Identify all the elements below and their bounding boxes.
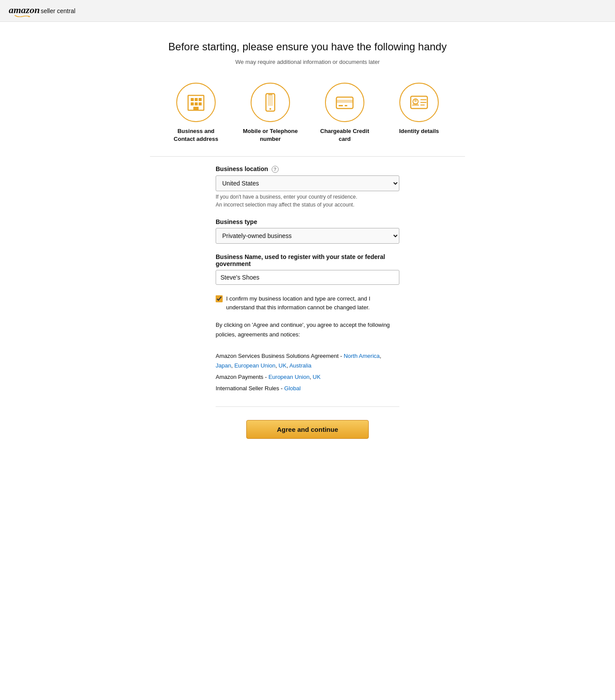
policy-section: By clicking on 'Agree and continue', you… xyxy=(216,320,399,393)
svg-rect-3 xyxy=(195,98,198,101)
confirm-checkbox-label[interactable]: I confirm my business location and type … xyxy=(226,294,399,312)
header: amazon seller central xyxy=(0,0,615,22)
business-name-label: Business Name, used to register with you… xyxy=(216,253,399,267)
confirm-checkbox-row: I confirm my business location and type … xyxy=(216,294,399,312)
page-title-section: Before starting, please ensure you have … xyxy=(150,39,465,65)
form-section: Business location ? United States United… xyxy=(216,165,399,439)
svg-rect-15 xyxy=(339,105,343,106)
credit-card-icon-circle xyxy=(325,83,364,122)
icons-row: Business and Contact address Mobile or T… xyxy=(150,83,465,143)
policy-link-european-union-2[interactable]: European Union xyxy=(269,374,310,380)
identity-label: Identity details xyxy=(399,127,439,135)
business-type-label: Business type xyxy=(216,218,399,225)
credit-card-label: Chargeable Credit card xyxy=(316,127,373,143)
section-divider xyxy=(150,156,465,157)
policy-link-uk-1[interactable]: UK xyxy=(279,362,287,369)
business-location-help-icon[interactable]: ? xyxy=(272,166,279,173)
logo: amazon seller central xyxy=(9,4,75,17)
business-name-input[interactable] xyxy=(216,270,399,285)
business-address-label: Business and Contact address xyxy=(168,127,224,143)
policy-link-global[interactable]: Global xyxy=(284,385,301,392)
confirm-checkbox[interactable] xyxy=(216,295,223,302)
business-location-hint: If you don't have a business, enter your… xyxy=(216,193,399,209)
policy-item-1: Amazon Services Business Solutions Agree… xyxy=(216,351,399,371)
icon-item-business-address: Business and Contact address xyxy=(168,83,224,143)
agree-continue-button[interactable]: Agree and continue xyxy=(246,420,369,439)
icon-item-credit-card: Chargeable Credit card xyxy=(316,83,373,143)
policy-item-3: International Seller Rules - Global xyxy=(216,384,399,393)
identity-icon-circle xyxy=(399,83,439,122)
building-icon xyxy=(185,92,206,113)
business-type-group: Business type Privately-owned business P… xyxy=(216,218,399,244)
bottom-divider xyxy=(216,406,399,407)
svg-rect-4 xyxy=(199,98,202,101)
business-type-select[interactable]: Privately-owned business Publicly-owned … xyxy=(216,228,399,244)
amazon-smile-icon xyxy=(10,15,35,17)
svg-point-11 xyxy=(269,108,271,110)
icon-item-mobile-phone: Mobile or Telephone number xyxy=(242,83,299,143)
svg-rect-16 xyxy=(345,105,347,106)
page-title: Before starting, please ensure you have … xyxy=(150,39,465,54)
credit-card-icon xyxy=(334,92,355,113)
policy-link-north-america[interactable]: North America xyxy=(344,353,380,359)
business-name-group: Business Name, used to register with you… xyxy=(216,253,399,285)
policy-item-2: Amazon Payments - European Union, UK xyxy=(216,372,399,382)
mobile-phone-icon-circle xyxy=(251,83,290,122)
page-subtitle: We may require additional information or… xyxy=(150,59,465,65)
policy-link-australia[interactable]: Australia xyxy=(289,362,311,369)
phone-icon xyxy=(260,92,281,113)
svg-rect-5 xyxy=(191,102,194,105)
policy-link-european-union-1[interactable]: European Union xyxy=(234,362,276,369)
business-location-select[interactable]: United States United Kingdom Canada Aust… xyxy=(216,175,399,191)
svg-rect-7 xyxy=(199,102,202,105)
main-content: Before starting, please ensure you have … xyxy=(141,22,474,465)
business-location-label: Business location ? xyxy=(216,165,399,173)
logo-amazon-text: amazon xyxy=(9,4,40,16)
policy-link-japan[interactable]: Japan xyxy=(216,362,231,369)
policy-link-uk-2[interactable]: UK xyxy=(313,374,321,380)
identity-icon xyxy=(409,92,430,113)
mobile-phone-label: Mobile or Telephone number xyxy=(242,127,299,143)
business-location-group: Business location ? United States United… xyxy=(216,165,399,209)
logo-seller-central-text: seller central xyxy=(41,7,75,14)
policy-intro: By clicking on 'Agree and continue', you… xyxy=(216,320,399,340)
svg-rect-6 xyxy=(195,102,198,105)
business-address-icon-circle xyxy=(176,83,216,122)
svg-rect-2 xyxy=(191,98,194,101)
icon-item-identity: Identity details xyxy=(391,83,447,143)
svg-rect-10 xyxy=(268,95,273,106)
svg-rect-14 xyxy=(336,100,353,103)
svg-rect-8 xyxy=(193,107,199,110)
svg-point-19 xyxy=(414,99,417,102)
